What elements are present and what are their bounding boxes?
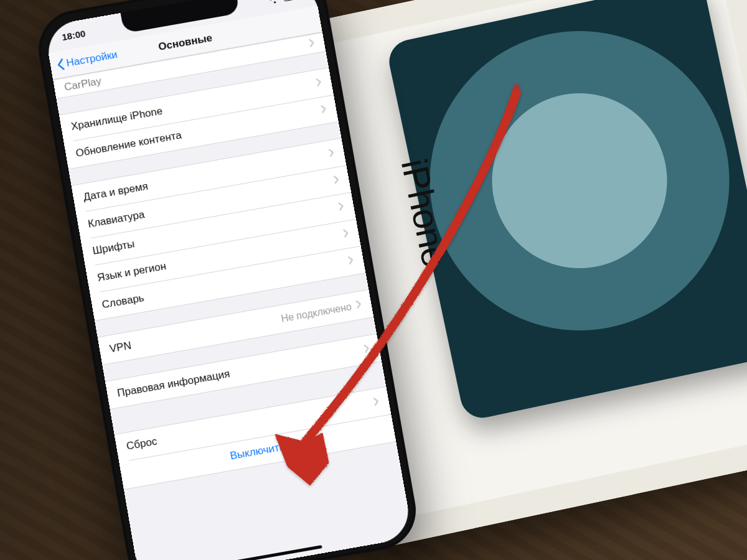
group-input: Дата и время Клавиатура Шрифты Язык и ре…: [71, 138, 365, 321]
battery-icon: [283, 0, 300, 2]
row-label: VPN: [109, 313, 283, 355]
wifi-icon: [268, 0, 281, 4]
chevron-left-icon: [55, 58, 65, 72]
status-icons: [268, 0, 300, 4]
back-button[interactable]: Настройки: [55, 49, 118, 72]
row-detail: Не подключено: [280, 301, 352, 325]
shutdown-label: Выключить: [229, 441, 286, 462]
chevron-right-icon: [355, 299, 362, 312]
back-label: Настройки: [65, 49, 118, 70]
group-reset: Сброс Выключить: [115, 386, 397, 490]
status-time: 18:00: [61, 28, 86, 42]
photo-background: iPhone 18:00 Настройки Основные: [0, 0, 747, 560]
svg-rect-0: [283, 0, 297, 1]
